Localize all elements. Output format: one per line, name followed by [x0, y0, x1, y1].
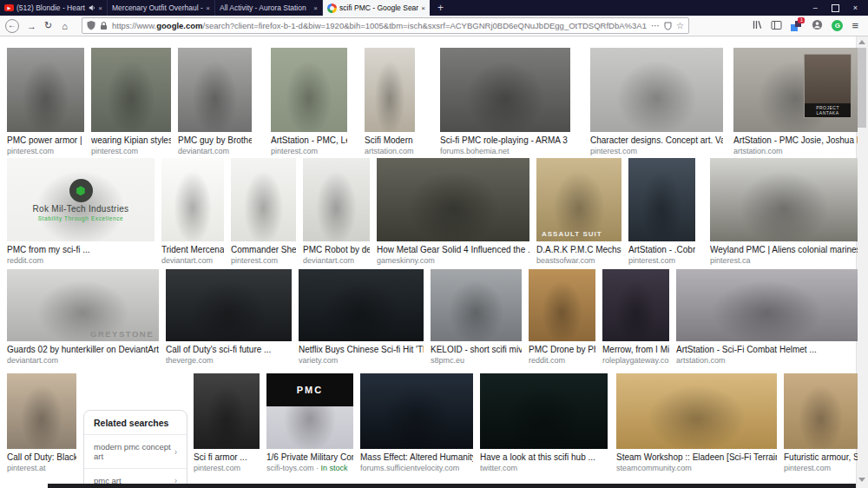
image-result[interactable]: Sci-fi PMC role-playing - ARMA 3 ...foru…	[440, 48, 570, 155]
result-thumbnail[interactable]	[710, 158, 858, 241]
close-button[interactable]: ×	[853, 3, 858, 12]
image-result[interactable]: Commander Shepard...pinterest.com	[231, 158, 296, 265]
result-title[interactable]: PMC power armor | Sci fi ...	[7, 135, 84, 145]
image-result[interactable]: PMC power armor | Sci fi ...pinterest.co…	[7, 48, 84, 155]
result-thumbnail[interactable]: PROJECT LANTAKA	[733, 48, 858, 132]
image-result[interactable]: PMC Drone by Phelan...reddit.com	[529, 269, 595, 365]
result-thumbnail[interactable]	[7, 48, 84, 132]
result-title[interactable]: D.A.R.K P.M.C Mechsuits Kick...	[536, 245, 621, 254]
result-thumbnail[interactable]	[377, 158, 529, 241]
url-bar[interactable]: https://www.google.com/search?client=fir…	[82, 17, 689, 34]
image-result[interactable]: ASSAULT SUITD.A.R.K P.M.C Mechsuits Kick…	[536, 158, 621, 265]
image-result[interactable]: Trident Mercenary by ...deviantart.com	[161, 158, 224, 265]
result-thumbnail[interactable]	[431, 269, 522, 341]
result-thumbnail[interactable]: ASSAULT SUIT	[536, 158, 621, 241]
scrollbar[interactable]	[856, 36, 868, 488]
back-button[interactable]: ←	[5, 19, 19, 33]
result-title[interactable]: PMC Drone by Phelan...	[529, 345, 595, 354]
result-title[interactable]: How Metal Gear Solid 4 Influenced the ..…	[377, 245, 529, 254]
image-result[interactable]: ArtStation - .Cobra Sq...pinterest.com	[628, 158, 695, 265]
result-title[interactable]: Weyland PMC | Aliens colonial marines ..…	[710, 245, 858, 254]
result-title[interactable]: Sci-fi PMC role-playing - ARMA 3 ...	[440, 135, 570, 145]
minimize-button[interactable]: –	[813, 3, 818, 12]
result-title[interactable]: 1/6 Private Military Contractor O...	[266, 452, 353, 462]
result-thumbnail[interactable]	[616, 373, 777, 449]
result-title[interactable]: ArtStation - PMC Josie, Joshua Prigg	[733, 135, 858, 145]
result-thumbnail[interactable]	[166, 269, 292, 341]
result-thumbnail[interactable]: PMC	[266, 373, 353, 449]
result-title[interactable]: Guards 02 by hunterkiller on DeviantArt	[7, 345, 159, 354]
result-title[interactable]: Futuristic armour, Sci fi...	[784, 452, 858, 462]
sidebar-icon[interactable]	[771, 18, 782, 34]
result-title[interactable]: KELOID - short scifi mive	[431, 345, 522, 354]
image-result[interactable]: GREYSTONEGuards 02 by hunterkiller on De…	[7, 269, 159, 365]
image-result[interactable]: wearing Kipian styles armor ...pinterest…	[91, 48, 171, 155]
image-result[interactable]: How Metal Gear Solid 4 Influenced the ..…	[377, 158, 529, 265]
result-thumbnail[interactable]	[161, 158, 224, 241]
result-title[interactable]: Have a look at this scifi hub ...	[480, 452, 608, 462]
result-thumbnail[interactable]	[529, 269, 595, 341]
browser-tab[interactable]: Mercenary Outfit Overhaul - Page 3×	[107, 0, 214, 16]
image-result[interactable]: Netflix Buys Chinese Sci-fi Hit 'The ...…	[299, 269, 424, 365]
pocket-icon[interactable]	[664, 18, 672, 34]
result-title[interactable]: Character designs. Concept art. Variety …	[590, 135, 723, 145]
image-result[interactable]: PMC1/6 Private Military Contractor O...s…	[266, 373, 353, 472]
image-result[interactable]: PMC Robot by deepst...deviantart.com	[303, 158, 370, 265]
tab-close-icon[interactable]: ×	[313, 4, 318, 12]
image-result[interactable]: ArtStation - PMC, Lee Yeong ...pinterest…	[271, 48, 347, 155]
image-result[interactable]: PMC guy by BrotherOstavi...deviantart.co…	[178, 48, 252, 155]
scroll-down-icon[interactable]	[858, 478, 865, 482]
grammarly-icon[interactable]: G	[832, 20, 843, 31]
new-tab-button[interactable]: +	[430, 0, 451, 16]
result-title[interactable]: PMC from my sci-fi ...	[7, 245, 155, 254]
browser-tab[interactable]: All Activity - Aurora Station×	[214, 0, 322, 16]
tab-close-icon[interactable]: ×	[421, 4, 425, 12]
image-result[interactable]: Have a look at this scifi hub ...twitter…	[480, 373, 608, 472]
scrollbar-thumb[interactable]	[858, 48, 866, 128]
result-thumbnail[interactable]	[194, 373, 260, 449]
image-result[interactable]: PROJECT LANTAKAArtStation - PMC Josie, J…	[733, 48, 858, 155]
image-result[interactable]: KELOID - short scifi mives8pmc.eu	[431, 269, 522, 365]
reload-button[interactable]: ↻	[40, 20, 56, 31]
result-title[interactable]: Commander Shepard...	[231, 245, 296, 254]
scroll-up-icon[interactable]	[858, 40, 865, 44]
result-thumbnail[interactable]	[91, 48, 171, 132]
tab-close-icon[interactable]: ×	[98, 4, 102, 12]
result-thumbnail[interactable]	[303, 158, 370, 241]
image-result[interactable]: Steam Workshop :: Eladeen [Sci-Fi Terrai…	[616, 373, 777, 472]
result-title[interactable]: ArtStation - Sci-Fi Combat Helmet ...	[676, 345, 858, 354]
result-thumbnail[interactable]	[628, 158, 695, 241]
image-result[interactable]: Call of Duty's sci-fi future ...theverge…	[166, 269, 292, 365]
browser-tab[interactable]: ▶(512) Blondie - Heart Of Gla×	[0, 0, 107, 16]
result-title[interactable]: Steam Workshop :: Eladeen [Sci-Fi Terrai…	[616, 452, 777, 462]
result-title[interactable]: PMC Robot by deepst...	[303, 245, 370, 254]
result-title[interactable]: Call of Duty: Black Op...	[7, 452, 76, 462]
image-result[interactable]: Sci fi armor ...pinterest.com	[194, 373, 260, 472]
browser-tab[interactable]: scifi PMC - Google Search×	[322, 0, 430, 16]
image-result[interactable]: Call of Duty: Black Op...pinterest.at	[7, 373, 76, 472]
result-thumbnail[interactable]	[440, 48, 570, 132]
home-button[interactable]: ⌂	[56, 21, 73, 31]
library-icon[interactable]	[752, 18, 762, 34]
result-title[interactable]: Merrow, from I Miss the Sunrise, a ...	[602, 345, 669, 354]
result-title[interactable]: Scifi Modern Soldier, S...	[365, 135, 415, 145]
result-thumbnail[interactable]	[271, 48, 347, 132]
result-title[interactable]: Sci fi armor ...	[194, 452, 260, 462]
result-title[interactable]: PMC guy by BrotherOstavi...	[178, 135, 252, 145]
result-title[interactable]: Trident Mercenary by ...	[161, 245, 224, 254]
image-result[interactable]: Character designs. Concept art. Variety …	[590, 48, 723, 155]
tab-close-icon[interactable]: ×	[206, 4, 210, 12]
result-thumbnail[interactable]	[7, 373, 76, 449]
result-thumbnail[interactable]	[365, 48, 415, 132]
result-thumbnail[interactable]	[590, 48, 723, 132]
account-icon[interactable]	[812, 18, 823, 34]
bookmark-star-icon[interactable]: ☆	[676, 21, 684, 30]
result-title[interactable]: Call of Duty's sci-fi future ...	[166, 345, 292, 354]
result-thumbnail[interactable]	[231, 158, 296, 241]
image-result[interactable]: ⬢Rok Mil-Tech IndustriesStability Throug…	[7, 158, 155, 265]
result-title[interactable]: ArtStation - .Cobra Sq...	[628, 245, 695, 254]
page-actions-icon[interactable]: ⋯	[651, 21, 660, 30]
result-title[interactable]: ArtStation - PMC, Lee Yeong ...	[271, 135, 347, 145]
image-result[interactable]: Futuristic armour, Sci fi...pinterest.co…	[784, 373, 858, 472]
result-thumbnail[interactable]	[602, 269, 669, 341]
